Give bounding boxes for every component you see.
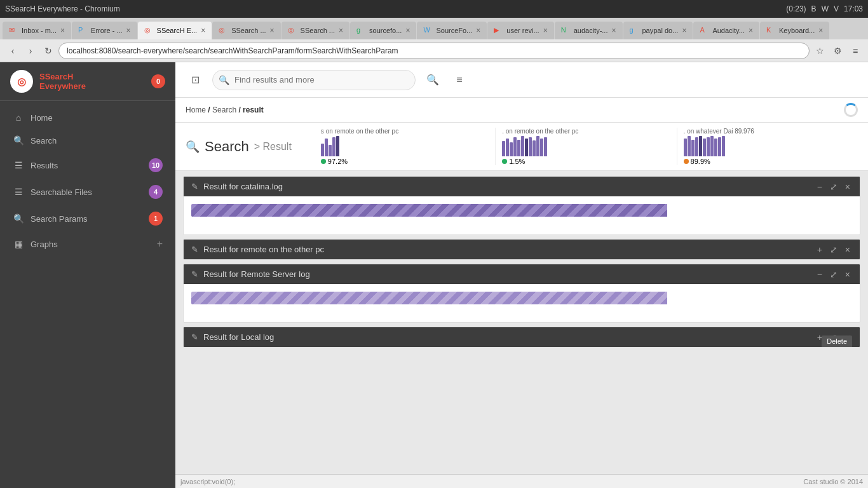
sidebar-item-searchable-files[interactable]: ☰ Searchable Files 4 xyxy=(0,179,175,205)
tab-ssearch2-close[interactable]: × xyxy=(270,26,275,35)
os-taskbar-left: SSearcH Everywhere - Chromium xyxy=(5,4,120,13)
breadcrumb-home[interactable]: Home xyxy=(186,105,206,114)
chart-2-label: . on remote on the other pc xyxy=(502,128,578,135)
wrench-icon[interactable]: ⚙ xyxy=(830,43,845,58)
bookmark-icon[interactable]: ☆ xyxy=(812,43,827,58)
tab-sourceforge2-title: SourceFo... xyxy=(436,27,472,34)
reload-button[interactable]: ↻ xyxy=(41,43,56,58)
graphs-add-icon[interactable]: + xyxy=(157,238,163,250)
chart-bar xyxy=(695,137,698,156)
results-area: ✎ Result for catalina.log − ⤢ × xyxy=(175,171,868,474)
app-header: ⊡ 🔍 🔍 ≡ xyxy=(175,62,868,98)
chart-bar xyxy=(710,136,714,156)
result-catalina-expand[interactable]: ⤢ xyxy=(828,182,839,191)
sidebar-item-home[interactable]: ⌂ Home xyxy=(0,106,175,129)
tab-sourceforge-close[interactable]: × xyxy=(405,26,410,35)
sidebar-nav: ⌂ Home 🔍 Search ☰ Results 10 ☰ Searchabl… xyxy=(0,101,175,488)
tab-user-review-favicon: ▶ xyxy=(494,26,503,35)
result-card-server-header: ✎ Result for Remote Server log − ⤢ × xyxy=(184,264,860,284)
breadcrumb: Home / Search / result xyxy=(186,105,264,114)
status-url: javascript:void(0); xyxy=(180,478,235,485)
tab-keyboard-title: Keyboard... xyxy=(779,27,815,34)
minimize-button[interactable]: ⊡ xyxy=(186,71,205,90)
result-catalina-minimize[interactable]: − xyxy=(815,182,824,191)
header-search-input[interactable] xyxy=(212,70,416,90)
address-input[interactable] xyxy=(58,43,810,59)
tab-audacity2[interactable]: A Audacity... × xyxy=(693,22,759,39)
result-server-close[interactable]: × xyxy=(843,270,852,279)
sidebar-item-search[interactable]: 🔍 Search xyxy=(0,129,175,152)
header-search-wrapper: 🔍 xyxy=(212,70,416,90)
loading-spinner xyxy=(844,103,858,117)
menu-icon[interactable]: ≡ xyxy=(848,43,863,58)
tab-sourceforge2[interactable]: W SourceFo... × xyxy=(417,22,487,39)
result-remote-expand-toggle[interactable]: + xyxy=(815,245,824,254)
breadcrumb-bar: Home / Search / result xyxy=(175,98,868,123)
tab-ssearch3[interactable]: ◎ SSearch ... × xyxy=(281,22,349,39)
result-server-body xyxy=(184,284,860,322)
tab-audacity2-close[interactable]: × xyxy=(749,26,753,35)
sidebar-item-graphs[interactable]: ▦ Graphs + xyxy=(0,232,175,256)
tab-paypal[interactable]: g paypal do... × xyxy=(623,22,693,39)
tab-error-favicon: P xyxy=(78,26,87,35)
address-bar: ‹ › ↻ ☆ ⚙ ≡ xyxy=(0,39,868,62)
tab-ssearch-active[interactable]: ◎ SSearcH E... × xyxy=(138,22,212,39)
tab-ssearch2-favicon: ◎ xyxy=(219,26,227,35)
results-badge-count: 10 xyxy=(152,161,159,169)
result-card-remote: ✎ Result for remote on the other pc + ⤢ … xyxy=(183,239,860,260)
sidebar-item-results[interactable]: ☰ Results 10 xyxy=(0,152,175,179)
tab-keyboard-close[interactable]: × xyxy=(818,26,823,35)
tab-paypal-close[interactable]: × xyxy=(682,26,686,35)
breadcrumb-search[interactable]: Search xyxy=(212,105,236,114)
sidebar-item-search-params[interactable]: 🔍 Search Params 1 xyxy=(0,205,175,232)
chart-bar xyxy=(506,139,509,156)
tab-sourceforge2-favicon: W xyxy=(423,26,432,35)
sidebar-item-home-label: Home xyxy=(31,113,163,123)
header-menu-button[interactable]: ≡ xyxy=(450,71,469,90)
stat-dot-green2 xyxy=(502,159,507,164)
result-server-actions: − ⤢ × xyxy=(815,270,852,279)
delete-tooltip: Delete xyxy=(822,336,852,347)
tab-error[interactable]: P Errore - ... × xyxy=(72,22,137,39)
tab-paypal-title: paypal do... xyxy=(642,27,679,34)
tab-user-review-close[interactable]: × xyxy=(543,26,548,35)
tab-inbox[interactable]: ✉ Inbox - m... × xyxy=(3,22,71,39)
tab-user-review[interactable]: ▶ user revi... × xyxy=(487,22,553,39)
searchable-files-badge: 4 xyxy=(149,185,163,199)
tab-error-close[interactable]: × xyxy=(126,26,131,35)
tab-keyboard[interactable]: K Keyboard... × xyxy=(760,22,829,39)
search-nav-icon: 🔍 xyxy=(13,135,24,146)
chart-bar xyxy=(691,140,695,156)
tab-ssearch3-title: SSearch ... xyxy=(301,27,335,34)
tab-bar: ✉ Inbox - m... × P Errore - ... × ◎ SSea… xyxy=(0,18,868,39)
tab-audacity-close[interactable]: × xyxy=(611,26,616,35)
result-catalina-close[interactable]: × xyxy=(843,182,852,191)
header-search-button[interactable]: 🔍 xyxy=(423,71,442,90)
tab-audacity[interactable]: N audacity-... × xyxy=(555,22,623,39)
tab-ssearch3-close[interactable]: × xyxy=(339,26,343,35)
chart-bar xyxy=(321,144,324,156)
tab-inbox-close[interactable]: × xyxy=(60,26,65,35)
result-server-expand[interactable]: ⤢ xyxy=(828,270,839,279)
os-time: 17:03 xyxy=(844,4,863,13)
tab-ssearch-close[interactable]: × xyxy=(201,26,205,35)
result-server-minimize[interactable]: − xyxy=(815,270,824,279)
searchable-files-badge-count: 4 xyxy=(154,188,158,196)
tab-sourceforge2-close[interactable]: × xyxy=(476,26,480,35)
page-subtitle: > Result xyxy=(254,141,292,152)
tab-ssearch2[interactable]: ◎ SSearch ... × xyxy=(212,22,280,39)
back-button[interactable]: ‹ xyxy=(5,43,20,58)
result-remote-close[interactable]: × xyxy=(843,245,852,254)
logo-badge: 0 xyxy=(151,74,165,88)
chart-bar xyxy=(684,139,687,156)
footer-bar: javascript:void(0); Cast studio © 2014 xyxy=(175,474,868,488)
tab-inbox-title: Inbox - m... xyxy=(22,27,57,34)
tab-sourceforge[interactable]: g sourcefo... × xyxy=(350,22,416,39)
forward-button[interactable]: › xyxy=(23,43,38,58)
tab-ssearch2-title: SSearch ... xyxy=(231,27,266,34)
logo-badge-count: 0 xyxy=(156,78,160,85)
result-remote-expand[interactable]: ⤢ xyxy=(828,245,839,254)
search-header: 🔍 Search > Result s on remote on the oth… xyxy=(175,123,868,171)
edit-icon-local: ✎ xyxy=(191,332,198,342)
os-taskbar-right: (0:23) B W V 17:03 xyxy=(786,4,863,13)
